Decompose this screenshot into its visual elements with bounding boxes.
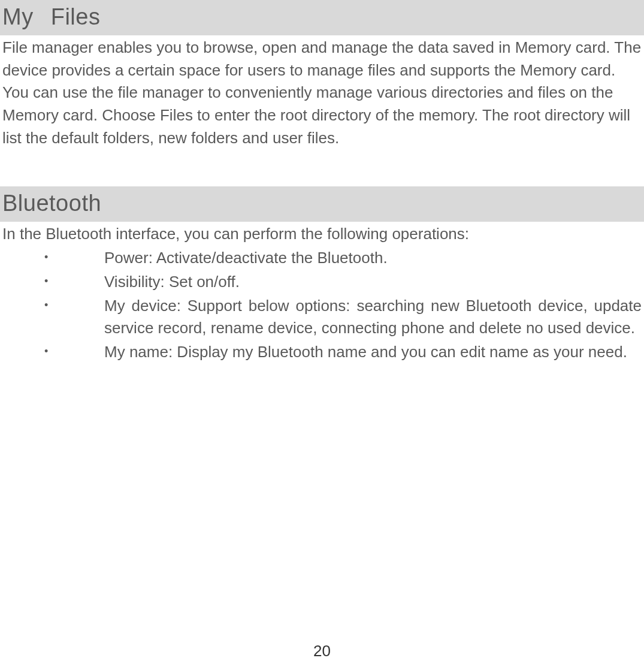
list-item: • My name: Display my Bluetooth name and… <box>0 341 644 364</box>
bullet-text: My name: Display my Bluetooth name and y… <box>104 341 642 364</box>
bullet-text: Visibility: Set on/off. <box>104 271 642 294</box>
bullet-icon: • <box>2 295 104 315</box>
page-number: 20 <box>0 639 644 663</box>
list-item: • Power: Activate/deactivate the Bluetoo… <box>0 247 644 270</box>
bullet-text: My device: Support below options: search… <box>104 295 642 340</box>
body-my-files: File manager enables you to browse, open… <box>0 35 644 150</box>
list-item: • Visibility: Set on/off. <box>0 271 644 294</box>
body-bluetooth-intro: In the Bluetooth interface, you can perf… <box>0 222 644 247</box>
bluetooth-list: • Power: Activate/deactivate the Bluetoo… <box>0 247 644 363</box>
heading-bluetooth: Bluetooth <box>0 186 644 222</box>
bullet-icon: • <box>2 247 104 267</box>
list-item: • My device: Support below options: sear… <box>0 295 644 340</box>
heading-my-files: My Files <box>0 0 644 35</box>
bullet-icon: • <box>2 271 104 291</box>
bullet-icon: • <box>2 341 104 361</box>
section-spacer <box>0 150 644 186</box>
bullet-text: Power: Activate/deactivate the Bluetooth… <box>104 247 642 270</box>
